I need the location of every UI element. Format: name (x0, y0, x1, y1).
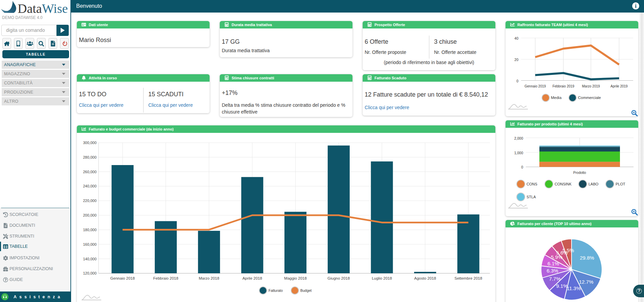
svg-text:200,000: 200,000 (83, 213, 96, 217)
svg-text:5.5%: 5.5% (562, 247, 574, 253)
svg-text:Giugno 2018: Giugno 2018 (327, 276, 350, 280)
svg-text:Aprile 2018: Aprile 2018 (242, 276, 262, 280)
svg-text:Gennaio 2018: Gennaio 2018 (110, 276, 135, 280)
svg-text:300,000: 300,000 (83, 141, 96, 145)
svg-text:7.7%: 7.7% (549, 276, 561, 282)
svg-text:PLOT: PLOT (616, 182, 625, 186)
svg-text:6.1%: 6.1% (548, 261, 559, 266)
svg-text:6.3%: 6.3% (546, 268, 558, 274)
svg-text:Gennaio 2019: Gennaio 2019 (524, 84, 546, 88)
svg-text:9.1%: 9.1% (556, 283, 567, 289)
svg-text:Marzo 2018: Marzo 2018 (199, 276, 219, 280)
svg-text:STLA: STLA (527, 195, 536, 199)
svg-text:Budget: Budget (300, 288, 312, 293)
svg-text:2,000: 2,000 (514, 136, 523, 140)
svg-text:Febbraio 2018: Febbraio 2018 (153, 276, 178, 280)
svg-text:Prodotto: Prodotto (573, 171, 586, 175)
svg-text:Aprile 2019: Aprile 2019 (610, 84, 628, 88)
svg-text:Luglio 2018: Luglio 2018 (372, 276, 392, 280)
svg-text:11.3%: 11.3% (567, 285, 581, 291)
svg-text:220,000: 220,000 (83, 199, 96, 203)
svg-text:40: 40 (514, 36, 518, 40)
svg-text:Maggio 2018: Maggio 2018 (284, 276, 307, 280)
svg-text:Commerciale: Commerciale (578, 96, 601, 100)
svg-text:Media: Media (551, 96, 562, 100)
svg-text:0: 0 (521, 165, 523, 169)
svg-text:Febbraio 2019: Febbraio 2019 (553, 84, 575, 88)
svg-text:180,000: 180,000 (83, 228, 96, 232)
svg-text:120,000: 120,000 (83, 271, 96, 275)
svg-text:160,000: 160,000 (83, 242, 96, 246)
svg-text:Agosto 2018: Agosto 2018 (414, 276, 436, 280)
svg-text:260,000: 260,000 (83, 170, 96, 174)
svg-text:140,000: 140,000 (83, 257, 96, 261)
svg-text:280,000: 280,000 (83, 155, 96, 159)
svg-text:LABO: LABO (588, 182, 599, 186)
svg-text:CONS: CONS (527, 182, 537, 186)
svg-text:1,000: 1,000 (514, 151, 523, 155)
svg-text:20: 20 (514, 58, 518, 62)
svg-text:29.8%: 29.8% (580, 255, 594, 261)
svg-text:Fatturato: Fatturato (269, 288, 283, 293)
svg-text:0: 0 (516, 79, 518, 83)
svg-text:Marzo 2019: Marzo 2019 (582, 84, 600, 88)
svg-text:240,000: 240,000 (83, 184, 96, 188)
svg-text:12.7%: 12.7% (579, 279, 594, 285)
svg-text:Settembre 2018: Settembre 2018 (454, 276, 482, 280)
svg-text:CONSINK: CONSINK (555, 182, 572, 186)
